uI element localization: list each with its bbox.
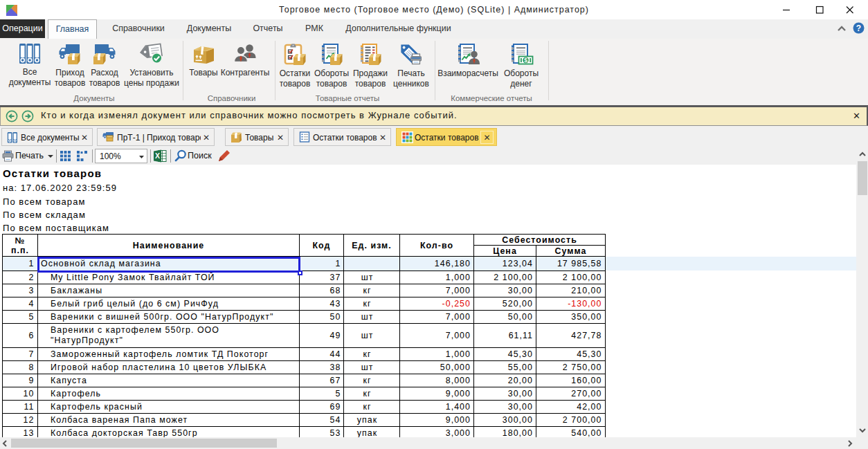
svg-text:?: ? — [856, 24, 861, 33]
svg-text:$: $ — [524, 57, 527, 64]
svg-text:X: X — [155, 152, 160, 160]
